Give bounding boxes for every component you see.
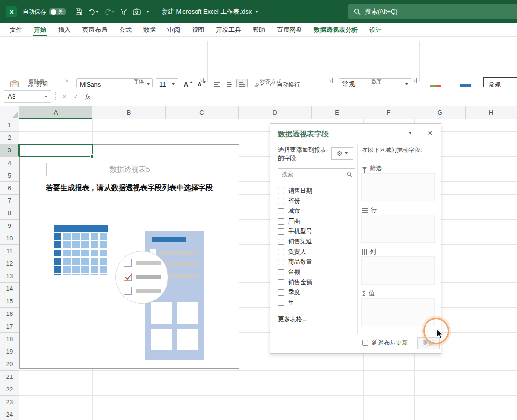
pivot-placeholder[interactable]: 数据透视表5 若要生成报表，请从数据透视表字段列表中选择字段 [19, 144, 239, 369]
redo-button[interactable] [102, 5, 117, 18]
checkbox-icon[interactable] [278, 300, 284, 306]
field-item[interactable]: 负责人 [278, 247, 312, 257]
row-header[interactable]: 13 [0, 270, 19, 283]
row-header[interactable]: 23 [0, 396, 19, 408]
row-header[interactable]: 15 [0, 295, 19, 308]
checkbox-icon[interactable] [278, 239, 284, 245]
panel-close-button[interactable]: × [425, 128, 436, 138]
tab-page-layout[interactable]: 页面布局 [76, 23, 113, 36]
checkbox-icon[interactable] [278, 279, 284, 285]
tab-pivottable-analyze[interactable]: 数据透视表分析 [308, 23, 364, 36]
tab-help[interactable]: 帮助 [247, 23, 271, 36]
values-drop-area[interactable] [361, 298, 435, 326]
defer-layout-update[interactable]: 延迟布局更新 [362, 339, 408, 347]
checkbox-icon[interactable] [362, 340, 368, 346]
tools-button[interactable]: ⚙ [331, 147, 353, 160]
column-header-c[interactable]: C [166, 106, 239, 119]
formula-bar-handle[interactable] [55, 92, 56, 102]
autosave-toggle[interactable]: 自动保存 关 [23, 8, 66, 16]
checkbox-icon[interactable] [278, 208, 284, 214]
column-header-a[interactable]: A [19, 106, 92, 119]
field-item[interactable]: 厂商 [278, 216, 312, 226]
row-header[interactable]: 5 [0, 169, 19, 182]
tab-home[interactable]: 开始 [28, 23, 52, 36]
field-item[interactable]: 销售日期 [278, 186, 312, 196]
columns-drop-area[interactable] [361, 256, 435, 285]
row-header[interactable]: 4 [0, 157, 19, 169]
checkbox-icon[interactable] [278, 188, 284, 194]
titlebar-search[interactable]: 搜索(Alt+Q) [348, 4, 517, 19]
redo-dropdown-icon[interactable] [112, 11, 115, 13]
filter-quick-button[interactable] [118, 5, 129, 18]
column-header-g[interactable]: G [414, 106, 466, 119]
fill-handle[interactable] [90, 154, 94, 158]
name-box-dropdown-icon[interactable] [45, 96, 47, 98]
tab-insert[interactable]: 插入 [52, 23, 76, 36]
undo-dropdown-icon[interactable] [96, 11, 99, 13]
tab-file[interactable]: 文件 [4, 23, 28, 36]
number-dialog-launcher[interactable] [411, 78, 417, 83]
active-cell-selection[interactable] [19, 144, 93, 157]
field-item[interactable]: 商品数量 [278, 257, 312, 267]
alignment-dialog-launcher[interactable] [327, 78, 333, 83]
quick-access-customize-button[interactable] [144, 5, 151, 18]
checkbox-icon[interactable] [278, 259, 284, 265]
font-dialog-launcher[interactable] [198, 78, 204, 83]
field-item[interactable]: 季度 [278, 287, 312, 298]
checkbox-icon[interactable] [278, 218, 284, 225]
checkbox-icon[interactable] [278, 198, 284, 204]
row-header[interactable]: 17 [0, 320, 19, 333]
field-item[interactable]: 省份 [278, 196, 312, 206]
row-header[interactable]: 10 [0, 232, 19, 245]
column-header-b[interactable]: B [92, 106, 166, 119]
undo-button[interactable] [86, 5, 101, 18]
row-header[interactable]: 11 [0, 245, 19, 257]
row-header[interactable]: 3 [0, 144, 19, 157]
insert-function-button[interactable]: fx [82, 90, 93, 103]
tab-design[interactable]: 设计 [364, 23, 388, 36]
row-header[interactable]: 19 [0, 345, 19, 358]
rows-drop-area[interactable] [361, 215, 435, 243]
tab-review[interactable]: 审阅 [162, 23, 186, 36]
row-header[interactable]: 9 [0, 220, 19, 232]
title-dropdown-icon[interactable] [255, 11, 258, 13]
camera-quick-button[interactable] [131, 5, 143, 18]
confirm-entry-button[interactable]: ✓ [71, 90, 81, 103]
column-header-h[interactable]: H [466, 106, 517, 119]
autosave-switch-icon[interactable]: 关 [49, 8, 66, 15]
field-item[interactable]: 年 [278, 298, 312, 308]
field-item[interactable]: 城市 [278, 206, 312, 216]
row-header[interactable]: 2 [0, 132, 19, 144]
checkbox-icon[interactable] [278, 228, 284, 235]
tab-baidu-netdisk[interactable]: 百度网盘 [271, 23, 308, 36]
row-header[interactable]: 18 [0, 333, 19, 345]
clipboard-dialog-launcher[interactable] [64, 78, 69, 83]
tab-data[interactable]: 数据 [137, 23, 162, 36]
row-header[interactable]: 6 [0, 182, 19, 195]
field-search-input[interactable] [281, 170, 347, 178]
row-header[interactable]: 22 [0, 383, 19, 396]
checkbox-icon[interactable] [278, 269, 284, 275]
row-header[interactable]: 12 [0, 257, 19, 270]
more-tables-link[interactable]: 更多表格... [278, 315, 307, 324]
tab-view[interactable]: 视图 [186, 23, 210, 36]
tab-developer[interactable]: 开发工具 [210, 23, 247, 36]
filters-drop-area[interactable] [361, 173, 435, 201]
column-header-e[interactable]: E [312, 106, 363, 119]
row-header[interactable]: 7 [0, 195, 19, 207]
save-button[interactable] [73, 5, 85, 18]
field-item[interactable]: 销售渠道 [278, 237, 312, 247]
select-all-corner[interactable] [0, 106, 19, 119]
row-header[interactable]: 21 [0, 371, 19, 383]
row-header[interactable]: 8 [0, 207, 19, 220]
formula-input[interactable] [97, 87, 517, 106]
field-item[interactable]: 金额 [278, 267, 312, 277]
field-item[interactable]: 销售金额 [278, 277, 312, 287]
panel-options-chevron-icon[interactable] [409, 132, 411, 134]
field-item[interactable]: 手机型号 [278, 226, 312, 237]
row-header[interactable]: 24 [0, 408, 19, 420]
row-header[interactable]: 20 [0, 358, 19, 371]
row-header[interactable]: 14 [0, 283, 19, 295]
column-header-d[interactable]: D [239, 106, 312, 119]
cancel-entry-button[interactable]: × [59, 90, 70, 103]
